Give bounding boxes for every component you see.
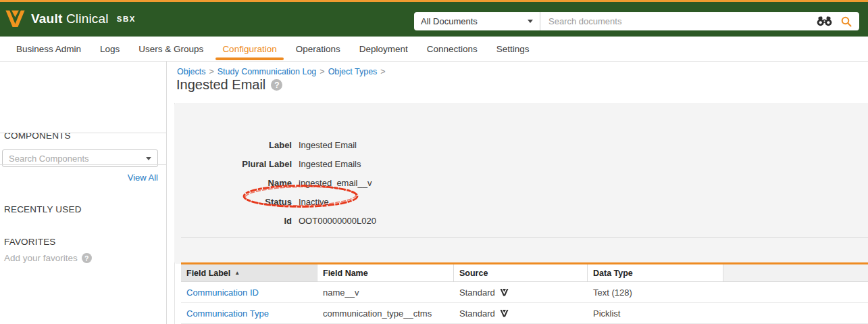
column-header-field-label[interactable]: Field Label ▲ <box>181 264 317 281</box>
nav-item-operations[interactable]: Operations <box>286 37 350 61</box>
detail-row-label: Label Ingested Email <box>174 135 868 154</box>
data-type-cell: Text (128) <box>588 287 723 298</box>
column-header-text: Field Name <box>323 269 368 278</box>
column-header-text: Field Label <box>186 269 230 278</box>
column-header-filler <box>723 264 868 281</box>
column-header-text: Source <box>459 269 488 278</box>
recently-used-heading: RECENTLY USED <box>4 204 82 214</box>
nav-item-deployment[interactable]: Deployment <box>350 37 417 61</box>
detail-row-status: Status Inactive <box>174 192 868 211</box>
field-label-cell: Communication ID <box>181 287 317 298</box>
nav-label: Configuration <box>222 44 276 54</box>
primary-nav: Business Admin Logs Users & Groups Confi… <box>0 37 868 62</box>
breadcrumb-object-types[interactable]: Object Types <box>328 67 378 76</box>
object-type-details-panel: Label Ingested Email Plural Label Ingest… <box>174 103 868 264</box>
panel-divider <box>181 237 868 238</box>
brand-vault: Vault <box>31 11 62 26</box>
fields-table: Field Label ▲ Field Name Source Data Typ… <box>181 262 868 324</box>
detail-label: Name <box>174 178 292 188</box>
source-cell: Standard <box>454 287 588 298</box>
nav-label: Operations <box>296 44 340 54</box>
detail-label: Plural Label <box>174 159 292 169</box>
search-input[interactable] <box>540 12 816 30</box>
table-row: Communication ID name__v Standard Text (… <box>181 282 868 303</box>
nav-label: Business Admin <box>16 44 81 54</box>
breadcrumb-separator: > <box>209 67 213 76</box>
table-row: Communication Type communication_type__c… <box>181 303 868 324</box>
view-all-link[interactable]: View All <box>2 172 158 183</box>
binoculars-icon[interactable] <box>816 16 833 26</box>
search-icon[interactable] <box>841 16 852 27</box>
search-scope-selector[interactable]: All Documents <box>414 12 540 30</box>
field-link[interactable]: Communication Type <box>186 308 269 319</box>
column-header-text: Data Type <box>593 269 633 278</box>
sort-asc-icon: ▲ <box>234 270 240 276</box>
detail-value: Ingested Emails <box>299 159 361 169</box>
column-header-field-name[interactable]: Field Name <box>317 264 454 281</box>
detail-value: ingested_email__v <box>299 178 372 188</box>
breadcrumb: Objects>Study Communication Log>Object T… <box>177 67 389 76</box>
data-type-cell: Picklist <box>588 308 723 319</box>
favorites-empty-state: Add your favorites ? <box>4 253 92 263</box>
column-header-data-type[interactable]: Data Type <box>588 264 723 281</box>
field-label-cell: Communication Type <box>181 308 317 319</box>
vault-v-icon <box>500 310 509 317</box>
brand-name: Vault Clinical <box>31 11 109 26</box>
search-scope-value: All Documents <box>421 16 528 26</box>
chevron-down-icon <box>528 20 533 23</box>
nav-item-business-admin[interactable]: Business Admin <box>7 37 91 61</box>
help-icon[interactable]: ? <box>82 253 92 263</box>
column-header-source[interactable]: Source <box>454 264 588 281</box>
detail-row-id: Id OOT00000000L020 <box>174 211 868 230</box>
nav-item-connections[interactable]: Connections <box>417 37 487 61</box>
status-value: Inactive <box>299 197 329 207</box>
field-name-cell: name__v <box>317 287 454 298</box>
detail-label: Label <box>174 140 292 150</box>
sidebar-divider <box>0 164 167 165</box>
sidebar-divider <box>0 133 167 133</box>
source-text: Standard <box>459 287 495 298</box>
help-icon[interactable]: ? <box>271 79 282 91</box>
table-header-row: Field Label ▲ Field Name Source Data Typ… <box>181 264 868 282</box>
breadcrumb-separator: > <box>320 67 324 76</box>
top-bar: Vault Clinical SBX All Documents <box>0 2 868 37</box>
active-tab-underline <box>215 57 283 60</box>
brand: Vault Clinical SBX <box>5 10 136 28</box>
page-title-text: Ingested Email <box>176 77 265 93</box>
source-text: Standard <box>459 308 495 319</box>
source-cell: Standard <box>454 308 588 319</box>
breadcrumb-objects[interactable]: Objects <box>177 67 205 76</box>
chevron-down-icon[interactable] <box>146 157 151 160</box>
vault-v-icon <box>500 289 509 296</box>
breadcrumb-separator: > <box>380 67 385 76</box>
breadcrumb-study-communication-log[interactable]: Study Communication Log <box>218 67 317 76</box>
vault-logo-icon <box>5 10 25 28</box>
global-search-bar: All Documents <box>414 12 859 30</box>
components-search-input[interactable] <box>3 154 146 164</box>
nav-label: Connections <box>427 44 478 54</box>
field-link[interactable]: Communication ID <box>186 287 259 298</box>
detail-label: Status <box>174 197 292 207</box>
components-sidebar: COMPONENTS View All RECENTLY USED FAVORI… <box>0 62 167 324</box>
nav-label: Users & Groups <box>138 44 203 54</box>
vault-clinical-app: Vault Clinical SBX All Documents <box>0 0 868 324</box>
nav-item-users-groups[interactable]: Users & Groups <box>129 37 213 61</box>
detail-row-plural-label: Plural Label Ingested Emails <box>174 154 868 173</box>
brand-product: Clinical <box>66 11 109 26</box>
page-title: Ingested Email ? <box>176 77 282 93</box>
detail-value: OOT00000000L020 <box>299 216 376 226</box>
environment-badge: SBX <box>117 15 136 23</box>
search-icons <box>816 16 859 27</box>
favorites-empty-text: Add your favorites <box>4 253 78 263</box>
field-name-cell: communication_type__ctms <box>317 308 454 319</box>
nav-item-logs[interactable]: Logs <box>91 37 129 61</box>
detail-row-name: Name ingested_email__v <box>174 173 868 192</box>
detail-value: Ingested Email <box>299 140 357 150</box>
nav-item-configuration[interactable]: Configuration <box>213 37 286 61</box>
favorites-heading: FAVORITES <box>4 237 56 247</box>
nav-item-settings[interactable]: Settings <box>487 37 539 61</box>
detail-rows: Label Ingested Email Plural Label Ingest… <box>174 103 868 230</box>
nav-label: Logs <box>100 44 120 54</box>
nav-label: Deployment <box>359 44 408 54</box>
detail-label: Id <box>174 216 292 226</box>
